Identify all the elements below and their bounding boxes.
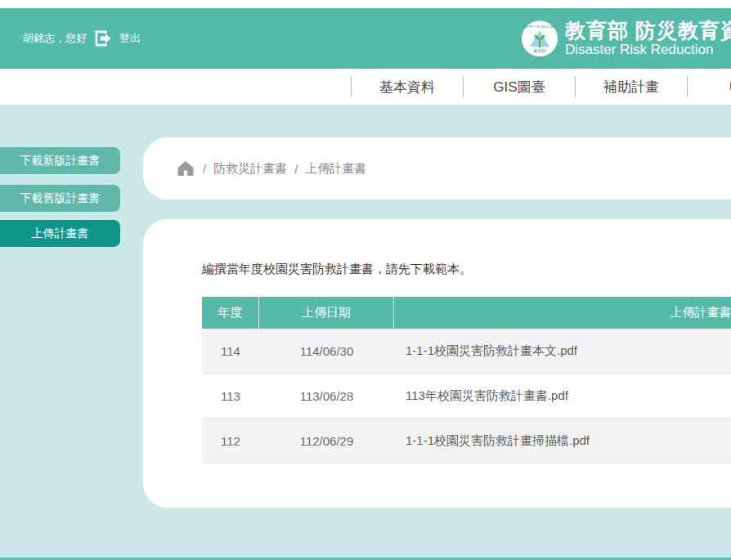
home-icon	[176, 159, 195, 178]
site-header: 胡銘志，您好 登出 MINISTRY OF EDUCATION	[0, 8, 731, 69]
breadcrumb-card: / 防救災計畫書 / 上傳計畫書	[143, 137, 731, 199]
column-header-year: 年度	[202, 297, 259, 329]
main-content-card: 編撰當年度校園災害防救計畫書，請先下載範本。 年度 上傳日期 上傳計畫書 114…	[143, 219, 731, 508]
cell-year: 114	[202, 329, 259, 373]
column-header-date: 上傳日期	[259, 297, 394, 329]
logout-icon	[92, 28, 114, 49]
site-titles: 教育部 防災教育資訊網 Disaster Risk Reduction	[565, 19, 731, 57]
intro-text: 編撰當年度校園災害防救計畫書，請先下載範本。	[202, 262, 472, 277]
plan-file-link[interactable]: 1-1-1校園災害防救計畫掃描檔.pdf	[406, 433, 590, 449]
breadcrumb: / 防救災計畫書 / 上傳計畫書	[143, 137, 731, 199]
nav-items: 基本資料 GIS圖臺 補助計畫 申復	[351, 69, 731, 105]
nav-item-subsidy-plan[interactable]: 補助計畫	[576, 78, 687, 96]
sidebar-item-download-old-plan[interactable]: 下載舊版計畫書	[0, 185, 120, 212]
logout-button[interactable]: 登出	[92, 28, 141, 49]
site-subtitle: Disaster Risk Reduction	[565, 43, 731, 58]
site-brand: MINISTRY OF EDUCATION 教育部 教育部 防災教育資訊網 Di…	[522, 19, 731, 57]
upload-plan-table: 年度 上傳日期 上傳計畫書 114 114/06/30 1-1-1校園災害防救計…	[202, 297, 731, 464]
svg-text:教育部: 教育部	[534, 48, 546, 54]
logout-label: 登出	[119, 31, 141, 46]
table-row: 114 114/06/30 1-1-1校園災害防救計畫本文.pdf	[202, 329, 731, 374]
cell-upload-date: 112/06/29	[259, 419, 394, 463]
nav-item-gis[interactable]: GIS圖臺	[464, 78, 575, 96]
sidebar-item-upload-plan[interactable]: 上傳計畫書	[0, 220, 120, 247]
breadcrumb-item-disaster-plan[interactable]: 防救災計畫書	[213, 161, 287, 177]
cell-year: 112	[202, 419, 259, 463]
breadcrumb-separator: /	[203, 162, 206, 176]
breadcrumb-separator: /	[294, 162, 298, 176]
plan-file-link[interactable]: 113年校園災害防救計畫書.pdf	[406, 388, 568, 404]
plan-file-link[interactable]: 1-1-1校園災害防救計畫本文.pdf	[406, 343, 577, 359]
cell-upload-date: 114/06/30	[259, 329, 394, 373]
nav-item-basic-info[interactable]: 基本資料	[352, 78, 463, 96]
table-body: 114 114/06/30 1-1-1校園災害防救計畫本文.pdf 113 11…	[202, 329, 731, 464]
user-greeting: 胡銘志，您好	[23, 31, 87, 46]
breadcrumb-item-upload-plan[interactable]: 上傳計畫書	[305, 161, 366, 177]
cell-year: 113	[202, 374, 259, 418]
screen: 胡銘志，您好 登出 MINISTRY OF EDUCATION	[0, 0, 731, 560]
ministry-of-education-seal-icon: MINISTRY OF EDUCATION 教育部	[522, 20, 558, 56]
table-row: 112 112/06/29 1-1-1校園災害防救計畫掃描檔.pdf	[202, 419, 731, 464]
main-navbar: 基本資料 GIS圖臺 補助計畫 申復	[0, 69, 731, 105]
svg-text:MINISTRY OF EDUCATION: MINISTRY OF EDUCATION	[522, 25, 558, 29]
site-title: 教育部 防災教育資訊網	[565, 19, 731, 43]
table-row: 113 113/06/28 113年校園災害防救計畫書.pdf	[202, 374, 731, 419]
nav-item-appeal[interactable]: 申復	[688, 78, 731, 96]
home-button[interactable]	[176, 159, 195, 178]
cell-upload-date: 113/06/28	[259, 374, 394, 418]
table-header-row: 年度 上傳日期 上傳計畫書	[202, 297, 731, 329]
sidebar-item-download-new-plan[interactable]: 下載新版計畫書	[0, 147, 120, 174]
column-header-file: 上傳計畫書	[394, 297, 731, 329]
